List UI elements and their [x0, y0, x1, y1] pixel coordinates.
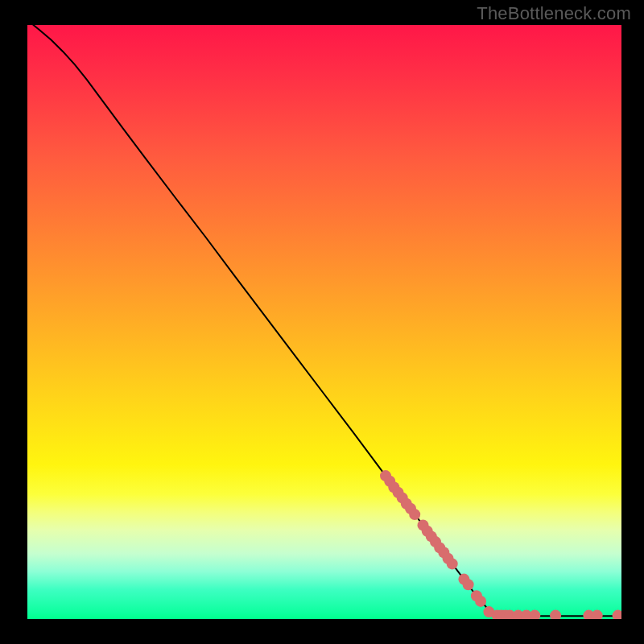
watermark-text: TheBottleneck.com — [477, 3, 631, 24]
data-point — [409, 509, 420, 520]
data-point — [447, 558, 458, 569]
chart-frame: TheBottleneck.com — [0, 0, 644, 644]
chart-svg — [27, 25, 621, 619]
data-points — [380, 470, 621, 619]
plot-area — [27, 25, 621, 619]
data-point — [613, 610, 621, 619]
data-point — [463, 579, 474, 590]
data-point — [592, 610, 603, 619]
data-point — [475, 596, 486, 607]
data-point — [550, 610, 561, 619]
bottleneck-curve — [33, 25, 621, 616]
data-point — [529, 610, 540, 619]
